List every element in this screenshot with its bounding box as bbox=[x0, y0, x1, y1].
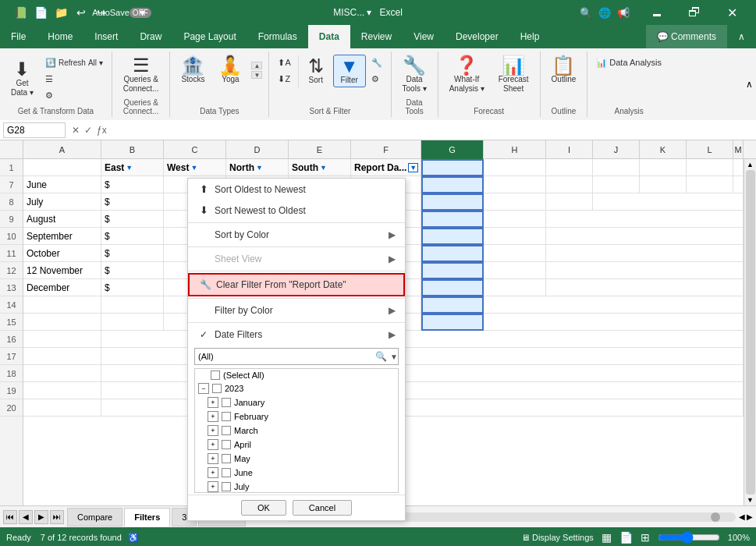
tree-item-april[interactable]: + April bbox=[195, 438, 398, 452]
cell-b9[interactable]: $ bbox=[101, 211, 164, 228]
col-header-g[interactable]: G bbox=[421, 140, 484, 159]
cell-a17[interactable] bbox=[23, 348, 101, 365]
tab-help[interactable]: Help bbox=[509, 25, 551, 48]
cell-a10[interactable]: September bbox=[23, 228, 101, 245]
sort-za-btn[interactable]: ⬇Z bbox=[274, 72, 294, 87]
cell-h1[interactable] bbox=[484, 159, 546, 176]
scroll-down-btn[interactable]: ▼ bbox=[251, 71, 262, 79]
advanced-btn[interactable]: ⚙ bbox=[367, 72, 386, 87]
cell-f1[interactable]: Report Da... ▼ bbox=[351, 159, 421, 176]
connections-btn[interactable]: ☰ bbox=[41, 71, 107, 87]
what-if-analysis-btn[interactable]: ❓ What-IfAnalysis ▾ bbox=[443, 55, 491, 95]
tab-home[interactable]: Home bbox=[37, 25, 83, 48]
expand-april[interactable]: + bbox=[208, 439, 218, 450]
cell-h9[interactable] bbox=[484, 211, 546, 228]
cell-a8[interactable]: July bbox=[23, 193, 101, 211]
cell-g13[interactable] bbox=[421, 279, 484, 296]
new-icon[interactable]: 📄 bbox=[33, 5, 48, 20]
cell-b13[interactable]: $ bbox=[101, 279, 164, 296]
sheet-first-btn[interactable]: ⏮ bbox=[3, 510, 17, 524]
col-header-d[interactable]: D bbox=[226, 140, 289, 159]
checkbox-july[interactable] bbox=[222, 482, 231, 491]
col-header-l[interactable]: L bbox=[687, 140, 733, 159]
sheet-prev-btn[interactable]: ◀ bbox=[19, 510, 33, 524]
col-header-c[interactable]: C bbox=[164, 140, 226, 159]
tab-page-layout[interactable]: Page Layout bbox=[172, 25, 247, 48]
cell-a20[interactable] bbox=[23, 399, 101, 417]
cell-b12[interactable]: $ bbox=[101, 262, 164, 279]
zoom-slider[interactable] bbox=[658, 531, 720, 544]
cell-k1[interactable] bbox=[640, 159, 687, 176]
checkbox-april[interactable] bbox=[222, 440, 231, 449]
cell-rest9[interactable] bbox=[546, 211, 744, 228]
page-break-btn[interactable]: ⊞ bbox=[641, 531, 650, 544]
file-menu-icon[interactable]: 📗 bbox=[12, 5, 28, 20]
cell-g11[interactable] bbox=[421, 245, 484, 262]
cell-a16[interactable] bbox=[23, 331, 101, 348]
cell-g10[interactable] bbox=[421, 228, 484, 245]
accessibility-icon[interactable]: ♿ bbox=[128, 533, 139, 543]
cell-h8[interactable] bbox=[484, 193, 546, 211]
cell-a15[interactable] bbox=[23, 314, 101, 331]
menu-sort-newest[interactable]: ⬇ Sort Newest to Oldest bbox=[188, 200, 405, 221]
row-num-8[interactable]: 8 bbox=[0, 193, 23, 211]
row-num-12[interactable]: 12 bbox=[0, 262, 23, 279]
data-tools-btn[interactable]: 🔧 DataTools ▾ bbox=[396, 55, 433, 95]
tab-developer[interactable]: Developer bbox=[445, 25, 509, 48]
filter-cancel-btn[interactable]: Cancel bbox=[293, 500, 352, 516]
expand-may[interactable]: + bbox=[208, 453, 218, 464]
row-num-20[interactable]: 20 bbox=[0, 399, 23, 417]
get-data-btn[interactable]: ⬇ GetData ▾ bbox=[5, 58, 40, 99]
row-num-9[interactable]: 9 bbox=[0, 211, 23, 228]
expand-january[interactable]: + bbox=[208, 397, 218, 408]
cell-g7[interactable] bbox=[421, 176, 484, 193]
col-header-k[interactable]: K bbox=[640, 140, 687, 159]
tab-view[interactable]: View bbox=[403, 25, 445, 48]
search-dropdown-btn[interactable]: ▼ bbox=[390, 353, 398, 361]
scroll-thumb[interactable] bbox=[746, 170, 755, 495]
checkbox-january[interactable] bbox=[222, 398, 231, 407]
row-num-14[interactable]: 14 bbox=[0, 296, 23, 314]
cell-g15[interactable] bbox=[421, 314, 484, 331]
cancel-formula-icon[interactable]: ✕ bbox=[72, 125, 80, 136]
cell-g9[interactable] bbox=[421, 211, 484, 228]
stocks-btn[interactable]: 🏦 Stocks bbox=[175, 55, 211, 86]
h-scroll-thumb[interactable] bbox=[711, 512, 720, 522]
filter-south-icon[interactable]: ▼ bbox=[320, 164, 327, 172]
filter-report-date-icon[interactable]: ▼ bbox=[408, 163, 418, 172]
cell-l7[interactable] bbox=[687, 176, 733, 193]
ribbon-collapse-arrow[interactable]: ∧ bbox=[743, 51, 756, 117]
filter-north-icon[interactable]: ▼ bbox=[256, 164, 263, 172]
tree-item-select-all[interactable]: (Select All) bbox=[195, 369, 398, 381]
refresh-all-btn[interactable]: 🔃 Refresh All ▾ bbox=[41, 55, 107, 70]
share-icon[interactable]: 📢 bbox=[617, 7, 630, 19]
minimize-btn[interactable]: 🗕 bbox=[639, 0, 675, 25]
col-header-b[interactable]: B bbox=[101, 140, 164, 159]
expand-june[interactable]: + bbox=[208, 467, 218, 478]
scroll-up-btn[interactable]: ▲ bbox=[251, 62, 262, 69]
row-num-15[interactable]: 15 bbox=[0, 314, 23, 331]
cell-b1[interactable]: East ▼ bbox=[101, 159, 164, 176]
cell-a1[interactable] bbox=[23, 159, 101, 176]
cell-k7[interactable] bbox=[640, 176, 687, 193]
checkbox-march[interactable] bbox=[222, 426, 231, 435]
cell-rest10[interactable] bbox=[546, 228, 744, 245]
col-header-a[interactable]: A bbox=[23, 140, 101, 159]
tab-formulas[interactable]: Formulas bbox=[247, 25, 308, 48]
undo-icon[interactable]: ↩ bbox=[73, 5, 89, 20]
cell-i1[interactable] bbox=[546, 159, 593, 176]
row-num-11[interactable]: 11 bbox=[0, 245, 23, 262]
autosave-toggle[interactable]: AutoSave OFF bbox=[114, 5, 130, 20]
outline-btn[interactable]: 📋 Outline bbox=[545, 55, 583, 86]
cell-m7[interactable] bbox=[733, 176, 744, 193]
formula-input[interactable] bbox=[113, 122, 753, 138]
cell-a7[interactable]: June bbox=[23, 176, 101, 193]
row-num-19[interactable]: 19 bbox=[0, 382, 23, 399]
cell-a9[interactable]: August bbox=[23, 211, 101, 228]
ribbon-collapse-btn[interactable]: ∧ bbox=[727, 25, 756, 48]
cell-b8[interactable]: $ bbox=[101, 193, 164, 211]
cell-i8[interactable] bbox=[546, 193, 593, 211]
sort-az-btn[interactable]: ⬆A bbox=[274, 55, 294, 71]
open-icon[interactable]: 📁 bbox=[53, 5, 69, 20]
cell-a12[interactable]: 12 November bbox=[23, 262, 101, 279]
